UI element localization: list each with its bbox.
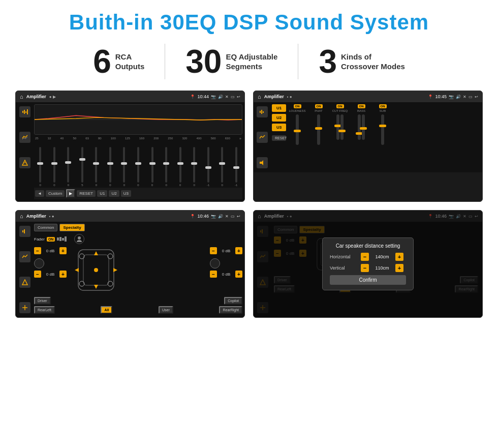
confirm-button[interactable]: Confirm xyxy=(330,275,406,285)
common-surround-btn[interactable] xyxy=(19,277,30,288)
common-eq-btn[interactable] xyxy=(19,226,30,237)
phat-slider[interactable] xyxy=(317,114,320,145)
eq-slider-11: 0 xyxy=(188,147,201,187)
vol-minus-tl[interactable]: − xyxy=(34,247,41,254)
dialog-horizontal-label: Horizontal xyxy=(330,254,358,259)
eq-sidebar-btn-1[interactable] xyxy=(19,106,30,117)
eq-play-btn[interactable]: ▶ xyxy=(66,189,75,198)
eq-u3-btn[interactable]: U3 xyxy=(121,190,131,197)
eq-sidebar-btn-3[interactable] xyxy=(19,157,30,168)
phat-on-badge: ON xyxy=(315,104,323,108)
eq-slider-12: -1 xyxy=(202,147,214,187)
svg-point-20 xyxy=(78,236,81,240)
sub-slider[interactable] xyxy=(381,114,384,145)
eq-u1-btn[interactable]: U1 xyxy=(97,190,107,197)
common-sidebar xyxy=(18,224,32,315)
vol-plus-tr[interactable]: + xyxy=(235,247,242,254)
speaker-layout: − 0 dB + − 0 dB + xyxy=(34,247,242,295)
topbar-eq-icons: 📍 10:44 📷 🔊 ✕ ▭ ↩ xyxy=(190,94,240,99)
vol-group-br: − 0 dB + xyxy=(210,271,242,278)
right-vol-controls: − 0 dB + − 0 dB + xyxy=(210,247,242,280)
dialog-horizontal-plus[interactable]: + xyxy=(395,253,403,261)
crossover-u-btns: U1 U2 U3 RESET xyxy=(272,104,286,170)
dialog-horizontal-value: 140cm xyxy=(372,254,392,259)
u1-btn[interactable]: U1 xyxy=(272,104,286,112)
cutfreq-label: CUT FREQ xyxy=(332,109,348,112)
vol-plus-tl[interactable]: + xyxy=(59,247,67,254)
cutfreq-slider-f[interactable] xyxy=(336,114,339,140)
control-bass: ON BASS xyxy=(352,104,370,146)
stat-rca-number: 6 xyxy=(93,45,111,78)
eq-sidebar xyxy=(18,104,32,199)
eq-graph xyxy=(34,104,242,135)
speaker-tl-icon xyxy=(34,258,44,268)
eq-body: 25 32 40 50 63 80 100 125 160 200 250 32… xyxy=(16,102,244,201)
eq-sliders-row: 0 0 0 5 xyxy=(34,142,242,188)
page-title: Buith-in 30EQ DSP Sound System xyxy=(15,10,483,35)
eq-slider-1: 0 xyxy=(48,147,61,187)
loudness-slider[interactable] xyxy=(296,114,299,145)
screen-common: ⌂ Amplifier ▪ ● 📍 10:46 📷 🔊 ✕ ▭ ↩ xyxy=(15,210,245,318)
svg-rect-8 xyxy=(261,110,262,114)
tabs-row: Common Specialty xyxy=(34,224,242,231)
eq-reset-btn[interactable]: RESET xyxy=(77,190,96,197)
eq-u2-btn[interactable]: U2 xyxy=(109,190,119,197)
eq-slider-9: 0 xyxy=(160,147,173,187)
vol-plus-br[interactable]: + xyxy=(235,271,242,278)
bass-slider-g[interactable] xyxy=(362,114,365,140)
crossover-reset-btn[interactable]: RESET xyxy=(272,135,286,141)
vol-plus-bl[interactable]: + xyxy=(59,271,67,278)
crossover-wave-btn[interactable] xyxy=(257,132,268,143)
control-cutfreq: ON CUT FREQ xyxy=(331,104,349,146)
vol-minus-tr[interactable]: − xyxy=(210,247,217,254)
eq-freq-labels: 25 32 40 50 63 80 100 125 160 200 250 32… xyxy=(34,137,242,140)
car-diagram-svg xyxy=(71,247,121,293)
svg-marker-10 xyxy=(260,160,263,165)
screen-eq: ⌂ Amplifier ● ▶ 📍 10:44 📷 🔊 ✕ ▭ ↩ xyxy=(15,91,245,202)
common-wave-btn[interactable] xyxy=(19,251,30,262)
vol-minus-br[interactable]: − xyxy=(210,271,217,278)
user-btn[interactable]: User xyxy=(159,306,173,314)
eq-slider-7: 0 xyxy=(132,147,145,187)
common-arrows-btn[interactable] xyxy=(19,302,30,313)
driver-btn[interactable]: Driver xyxy=(34,297,51,305)
cutfreq-on-badge: ON xyxy=(336,104,344,108)
u2-btn[interactable]: U2 xyxy=(272,114,286,122)
dialog-horizontal-minus[interactable]: − xyxy=(361,253,369,261)
cutfreq-slider-g[interactable] xyxy=(340,114,344,140)
all-btn[interactable]: All xyxy=(101,306,112,314)
screenshots-grid: ⌂ Amplifier ● ▶ 📍 10:44 📷 🔊 ✕ ▭ ↩ xyxy=(15,91,483,318)
svg-rect-17 xyxy=(59,237,61,241)
eq-bottom-btns: ◄ Custom ▶ RESET U1 U2 U3 xyxy=(34,188,242,199)
fader-label: Fader xyxy=(34,237,45,242)
tab-specialty[interactable]: Specialty xyxy=(59,224,84,231)
crossover-sidebar xyxy=(256,104,270,170)
dialog-vertical-plus[interactable]: + xyxy=(395,264,403,272)
rearright-btn[interactable]: RearRight xyxy=(219,306,242,314)
tab-common[interactable]: Common xyxy=(34,224,57,231)
stat-crossover: 3 Kinds of Crossover Modes xyxy=(298,45,425,78)
rearleft-btn[interactable]: RearLeft xyxy=(34,306,55,314)
screen-dialog: ⌂ Amplifier ▪ ● 📍 10:46 📷 🔊 ✕ ▭ ↩ xyxy=(253,210,483,318)
stat-crossover-text: Kinds of Crossover Modes xyxy=(341,52,405,72)
fader-badge: ON xyxy=(47,237,55,242)
crossover-controls-row: ON LOUDNESS ON PHAT xyxy=(288,104,480,146)
copilot-btn[interactable]: Copilot xyxy=(224,297,242,305)
crossover-vol-btn[interactable] xyxy=(257,157,268,168)
sub-label: SUB xyxy=(380,109,386,112)
crossover-eq-btn[interactable] xyxy=(257,106,268,117)
svg-rect-16 xyxy=(57,237,59,241)
svg-rect-2 xyxy=(25,111,26,113)
u3-btn[interactable]: U3 xyxy=(272,124,286,131)
svg-rect-1 xyxy=(24,110,25,114)
stat-rca-text: RCA Outputs xyxy=(115,52,145,72)
control-sub: ON SUB xyxy=(374,104,392,146)
eq-prev-btn[interactable]: ◄ xyxy=(35,190,44,197)
dialog-vertical-minus[interactable]: − xyxy=(361,264,369,272)
profile-icon[interactable] xyxy=(74,234,84,244)
eq-custom-btn[interactable]: Custom xyxy=(46,190,65,197)
vol-val-tr: 0 dB xyxy=(219,249,234,253)
stats-row: 6 RCA Outputs 30 EQ Adjustable Segments … xyxy=(15,44,483,79)
vol-minus-bl[interactable]: − xyxy=(34,271,41,278)
eq-sidebar-btn-2[interactable] xyxy=(19,132,30,143)
